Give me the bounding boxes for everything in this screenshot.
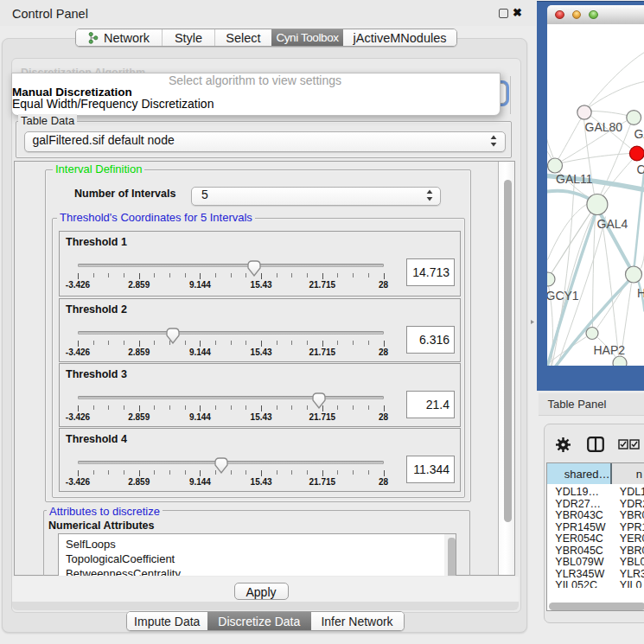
svg-text:GA: GA — [634, 126, 644, 140]
svg-text:H: H — [637, 285, 644, 299]
svg-text:HAP2: HAP2 — [593, 342, 625, 356]
svg-text:C: C — [636, 162, 644, 175]
svg-text:GAL11: GAL11 — [556, 172, 593, 186]
svg-text:GCY1: GCY1 — [547, 288, 579, 302]
svg-text:GAL80: GAL80 — [584, 120, 622, 134]
svg-text:GAL4: GAL4 — [596, 217, 628, 231]
